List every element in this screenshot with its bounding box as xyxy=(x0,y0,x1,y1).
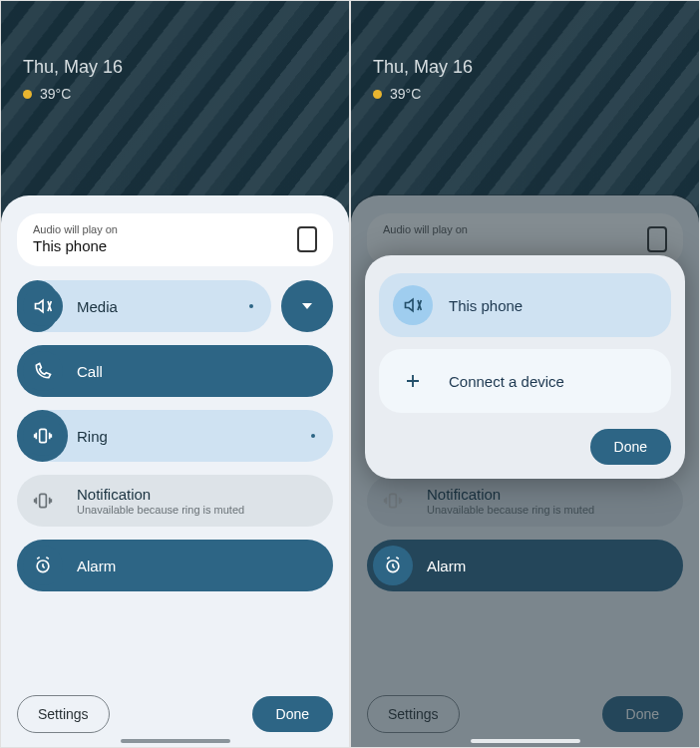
call-icon xyxy=(23,351,63,391)
media-mute-icon xyxy=(23,286,63,326)
audio-output-eyebrow: Audio will play on xyxy=(383,223,468,235)
option-this-phone[interactable]: This phone xyxy=(379,273,671,337)
temperature-text: 39°C xyxy=(390,86,421,102)
alarm-row: Alarm xyxy=(17,540,333,591)
date-text: Thu, May 16 xyxy=(373,57,473,78)
ring-row: Ring xyxy=(17,410,333,462)
ring-label: Ring xyxy=(77,428,108,445)
option-connect-label: Connect a device xyxy=(449,373,564,390)
notification-slider: Notification Unavailable because ring is… xyxy=(367,475,683,527)
done-button: Done xyxy=(602,696,683,732)
vibrate-icon xyxy=(23,481,63,521)
volume-sheet: Audio will play on This phone Media xyxy=(1,195,349,747)
alarm-label: Alarm xyxy=(77,558,116,574)
gesture-nav-bar[interactable] xyxy=(121,739,230,743)
media-slider[interactable]: Media xyxy=(17,280,271,332)
alarm-icon xyxy=(23,546,63,585)
svg-rect-1 xyxy=(40,494,47,507)
audio-output-eyebrow: Audio will play on xyxy=(33,223,118,235)
lockscreen-status: Thu, May 16 39°C xyxy=(23,57,123,102)
media-label: Media xyxy=(77,298,118,315)
phone-icon xyxy=(647,226,667,252)
lockscreen-status: Thu, May 16 39°C xyxy=(373,57,473,102)
notification-label: Notification xyxy=(77,486,244,503)
vibrate-icon xyxy=(373,481,413,521)
call-label: Call xyxy=(77,363,103,380)
svg-rect-3 xyxy=(390,494,397,507)
gesture-nav-bar[interactable] xyxy=(471,739,580,743)
notification-sublabel: Unavailable because ring is muted xyxy=(77,504,244,516)
weather-row: 39°C xyxy=(373,86,473,102)
alarm-slider[interactable]: Alarm xyxy=(17,540,333,591)
sheet-footer: Settings Done xyxy=(17,687,333,733)
media-expand-button[interactable] xyxy=(281,280,333,332)
svg-rect-0 xyxy=(40,429,47,442)
media-slider-thumb xyxy=(249,304,253,308)
notification-row: Notification Unavailable because ring is… xyxy=(17,475,333,527)
option-connect-device[interactable]: Connect a device xyxy=(379,349,671,413)
volume-rows: Media Call xyxy=(17,280,333,673)
media-row: Media xyxy=(17,280,333,332)
notification-sublabel: Unavailable because ring is muted xyxy=(427,504,594,516)
notification-label: Notification xyxy=(427,486,594,503)
vibrate-icon xyxy=(23,416,63,456)
done-button[interactable]: Done xyxy=(252,696,333,732)
call-slider[interactable]: Call xyxy=(17,345,333,397)
plus-icon xyxy=(393,361,433,401)
screenshot-left: Thu, May 16 39°C Audio will play on This… xyxy=(0,0,350,748)
weather-sun-icon xyxy=(373,90,382,99)
alarm-slider: Alarm xyxy=(367,540,683,591)
audio-output-device: This phone xyxy=(33,237,118,254)
ring-slider-thumb xyxy=(311,434,315,438)
call-row: Call xyxy=(17,345,333,397)
alarm-label: Alarm xyxy=(427,558,466,574)
temperature-text: 39°C xyxy=(40,86,71,102)
audio-output-card[interactable]: Audio will play on This phone xyxy=(17,213,333,266)
notification-slider: Notification Unavailable because ring is… xyxy=(17,475,333,527)
date-text: Thu, May 16 xyxy=(23,57,123,78)
weather-row: 39°C xyxy=(23,86,123,102)
dialog-done-button[interactable]: Done xyxy=(590,429,671,465)
settings-button[interactable]: Settings xyxy=(17,695,110,733)
phone-icon xyxy=(297,226,317,252)
weather-sun-icon xyxy=(23,90,32,99)
screenshot-right: Thu, May 16 39°C Audio will play on This… xyxy=(350,0,700,748)
alarm-icon xyxy=(373,546,413,585)
option-this-phone-label: This phone xyxy=(449,297,523,314)
ring-slider[interactable]: Ring xyxy=(17,410,333,462)
output-picker-dialog: This phone Connect a device Done xyxy=(365,255,685,479)
settings-button: Settings xyxy=(367,695,460,733)
media-mute-icon xyxy=(393,285,433,325)
